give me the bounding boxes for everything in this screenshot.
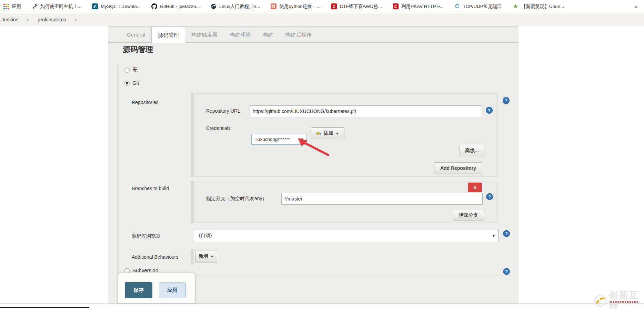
repository-url-label: Repository URL	[206, 108, 240, 114]
window-edge-line	[0, 307, 89, 308]
branch-specifier-value: */master	[284, 196, 302, 202]
bookmarks-overflow-chevron-icon[interactable]: »	[635, 3, 638, 10]
repositories-label: Repositories	[132, 100, 159, 105]
help-icon[interactable]: ?	[486, 193, 493, 200]
bookmark-label: GitHub - jpetazzo...	[160, 4, 200, 9]
radio-scm-none-label: 无	[132, 67, 138, 73]
globe-icon	[210, 3, 217, 10]
tab-build-triggers[interactable]: 构建触发器	[185, 27, 223, 42]
help-icon[interactable]: ?	[503, 230, 510, 237]
pen-icon	[31, 3, 38, 10]
help-icon[interactable]: ?	[503, 97, 510, 104]
add-repository-button[interactable]: Add Repository	[434, 162, 482, 174]
save-button[interactable]: 保存	[125, 282, 152, 298]
branches-drag-strip[interactable]	[191, 181, 194, 223]
help-glyph: ?	[488, 194, 491, 199]
radio-scm-git[interactable]	[124, 81, 130, 86]
chevron-down-icon: ▼	[492, 234, 495, 238]
watermark: 创新互联	[594, 289, 644, 309]
bookmark-label: Linux入门教程_lin...	[219, 3, 260, 10]
credentials-selected-value: liuxuchong/******	[255, 137, 290, 142]
advanced-button[interactable]: 高级...	[460, 145, 484, 157]
delete-branch-button[interactable]: X	[468, 183, 482, 192]
breadcrumb: Jenkins ▸ jenkinsdemo ▸	[0, 13, 644, 26]
bookmark-label: TCP/UDP常见端口	[463, 3, 502, 10]
tab-post-build[interactable]: 构建后操作	[279, 27, 318, 42]
github-icon	[151, 3, 158, 10]
save-label: 保存	[133, 287, 144, 293]
apply-button[interactable]: 应用	[159, 282, 186, 298]
bookmark-item[interactable]: C 利用PKAV HTTP F...	[392, 3, 444, 10]
bookmark-item[interactable]: GitHub - jpetazzo...	[151, 3, 200, 10]
breadcrumb-item-job[interactable]: jenkinsdemo	[38, 17, 66, 22]
watermark-logo-icon	[594, 294, 607, 309]
add-credential-label: 添加	[324, 130, 333, 136]
help-icon[interactable]: ?	[486, 107, 493, 114]
help-glyph: ?	[505, 231, 508, 236]
credentials-label: Credentials	[206, 125, 231, 131]
mysql-icon	[92, 3, 98, 10]
add-behaviour-button[interactable]: 新增 ▼	[195, 250, 217, 262]
star-icon: ★	[512, 3, 519, 10]
help-glyph: ?	[488, 108, 491, 113]
chevron-down-icon: ▼	[335, 132, 339, 135]
jianshu-glyph: 简	[271, 3, 276, 9]
additional-behaviours-label: Additional Behaviours	[132, 254, 178, 260]
bookmark-label: 如何使不同主机上...	[40, 3, 81, 10]
red-annotation-arrow	[296, 137, 334, 158]
branches-panel: X 指定分支（为空时代表any） */master 增加分支	[195, 181, 498, 223]
bookmarks-bar: 应用 如何使不同主机上... MySQL :: Downlo... GitHub…	[0, 0, 644, 13]
bookmark-label: 利用PKAV HTTP F...	[401, 3, 444, 10]
bookmark-item[interactable]: ★ 【漏洞复现】Ubun...	[512, 3, 564, 10]
help-icon[interactable]: ?	[503, 268, 510, 275]
config-content: General 源码管理 构建触发器 构建环境 构建 构建后操作 源码管理 无 …	[108, 26, 519, 304]
bookmark-item[interactable]: C CTF线下赛AWD总...	[331, 3, 382, 10]
bookmark-item[interactable]: C TCP/UDP常见端口	[454, 3, 502, 10]
watermark-text: 创新互联	[609, 289, 644, 309]
star-glyph: ★	[513, 3, 518, 10]
add-repository-label: Add Repository	[440, 165, 476, 171]
bookmark-label: CTF线下赛AWD总...	[340, 3, 382, 10]
radio-scm-none[interactable]	[124, 68, 130, 73]
bookmark-item[interactable]: Linux入门教程_lin...	[210, 3, 260, 10]
delete-branch-label: X	[473, 185, 476, 190]
bookmark-item[interactable]: 如何使不同主机上...	[31, 3, 81, 10]
key-icon	[316, 131, 322, 136]
repository-url-value: https://github.com/LIUXUCHONG/kubernetes…	[253, 109, 356, 114]
bookmark-label: 【漏洞复现】Ubun...	[521, 3, 564, 10]
add-behaviour-label: 新增	[199, 253, 208, 259]
add-branch-button[interactable]: 增加分支	[453, 210, 484, 220]
breadcrumb-arrow-icon: ▸	[75, 18, 77, 22]
csdn-glyph: C	[393, 3, 399, 9]
radio-scm-subversion-label: Subversion	[132, 267, 158, 273]
tab-build-environment[interactable]: 构建环境	[223, 27, 256, 42]
breadcrumb-item-jenkins[interactable]: Jenkins	[1, 17, 18, 22]
tab-general[interactable]: General	[121, 27, 151, 42]
apply-label: 应用	[167, 287, 178, 293]
bookmark-label: 应用	[12, 3, 21, 10]
scm-browser-label: 源码库浏览器	[132, 233, 161, 239]
blue-c-icon: C	[454, 3, 461, 10]
branch-specifier-input[interactable]: */master	[281, 193, 483, 205]
tab-source-code-management[interactable]: 源码管理	[151, 27, 185, 43]
radio-scm-subversion[interactable]	[124, 268, 130, 273]
watermark-subtext	[610, 301, 639, 303]
csdn-glyph: C	[331, 3, 337, 9]
repositories-panel: Repository URL https://github.com/LIUXUC…	[195, 93, 498, 177]
additional-behaviours-drag-strip[interactable]	[191, 249, 193, 265]
help-glyph: ?	[505, 98, 507, 103]
save-bar: 保存 应用	[118, 273, 195, 303]
scm-browser-select[interactable]: (自动) ▼	[194, 229, 499, 242]
bookmark-label: 使用python链接一...	[279, 3, 320, 10]
csdn-icon: C	[392, 3, 399, 10]
page-title: 源码管理	[123, 44, 153, 55]
bookmark-item[interactable]: 简 使用python链接一...	[270, 3, 320, 10]
repository-url-input[interactable]: https://github.com/LIUXUCHONG/kubernetes…	[250, 105, 481, 117]
bookmark-item-apps[interactable]: 应用	[3, 3, 21, 10]
repositories-drag-strip[interactable]	[191, 93, 194, 177]
bookmark-item[interactable]: MySQL :: Downlo...	[92, 3, 141, 10]
csdn-icon: C	[331, 3, 337, 10]
screen: 应用 如何使不同主机上... MySQL :: Downlo... GitHub…	[0, 0, 644, 309]
config-tabbar: General 源码管理 构建触发器 构建环境 构建 构建后操作	[108, 27, 519, 43]
tab-build[interactable]: 构建	[256, 27, 279, 42]
